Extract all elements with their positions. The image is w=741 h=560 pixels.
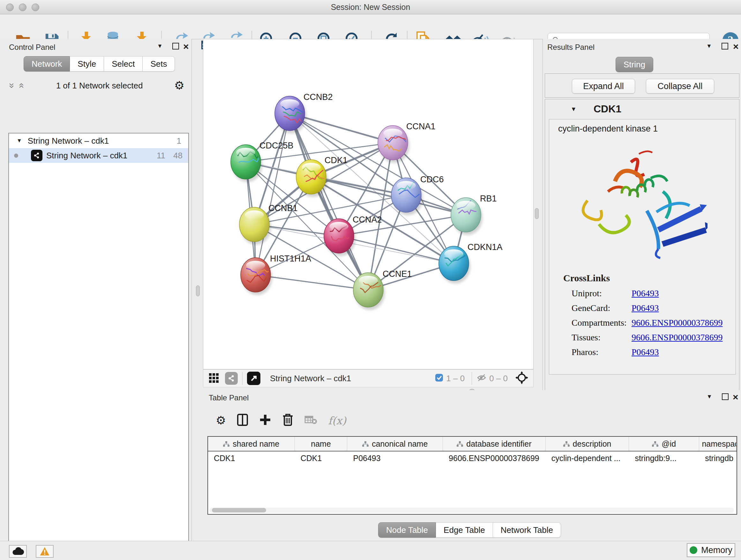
table-panel-close-button[interactable]: × [733, 394, 738, 400]
share-network-icon[interactable] [225, 372, 238, 385]
table-cell[interactable]: cyclin-dependent ... [546, 454, 629, 463]
table-tabs: Node Table Edge Table Network Table [378, 522, 561, 538]
status-bar: Memory [0, 541, 741, 560]
network-node-CDK1[interactable] [296, 160, 328, 197]
collection-count: 1 [177, 136, 181, 146]
network-canvas[interactable]: CCNB2CCNA1CDC25BCDK1CDC6RB1CCNB1CCNA2CDK… [203, 39, 534, 369]
network-node-CDC6[interactable] [391, 177, 423, 215]
cloud-button[interactable] [9, 545, 27, 558]
network-node-CDKN1A[interactable] [439, 246, 470, 284]
crosslink-label: Compartments: [571, 318, 631, 328]
control-panel-maximize-button[interactable] [172, 43, 179, 50]
expand-all-icon[interactable]: « [17, 83, 27, 88]
column-header-shared-name[interactable]: shared name [208, 437, 295, 451]
network-node-CCNE1[interactable] [353, 273, 385, 310]
hidden-counts: 0 – 0 [489, 374, 508, 383]
protein-structure-image [567, 144, 708, 265]
delete-table-icon[interactable] [305, 415, 317, 426]
open-in-window-icon[interactable] [247, 372, 260, 385]
network-collection-row[interactable]: ▼ String Network – cdk1 1 [9, 133, 188, 148]
table-cell[interactable]: P06493 [347, 454, 443, 463]
crosslink-link[interactable]: P06493 [631, 303, 659, 313]
network-node-HIST1H1A[interactable] [241, 258, 272, 295]
table-cell[interactable]: stringdb [699, 454, 737, 463]
table-cell[interactable]: 9606.ENSP00000378699 [443, 454, 546, 463]
tab-edge-table[interactable]: Edge Table [436, 522, 493, 538]
column-header-@id[interactable]: @id [629, 437, 699, 451]
network-node-CDC25B[interactable] [231, 145, 262, 182]
table-options-gear-icon[interactable]: ⚙ [216, 415, 226, 426]
network-row[interactable]: String Network – cdk1 11 48 [9, 148, 188, 163]
network-graph[interactable]: CCNB2CCNA1CDC25BCDK1CDC6RB1CCNB1CCNA2CDK… [203, 39, 533, 369]
collapse-all-icon[interactable]: » [7, 83, 17, 88]
tab-sets[interactable]: Sets [143, 56, 175, 71]
scrollbar-thumb[interactable] [212, 508, 266, 512]
network-edge[interactable] [339, 236, 454, 263]
crosslink-row: GeneCard:P06493 [571, 301, 725, 315]
network-options-gear-icon[interactable]: ⚙ [174, 80, 185, 91]
delete-column-icon[interactable] [282, 413, 293, 428]
table-cell[interactable]: CDK1 [208, 454, 295, 463]
network-node-CCNA2[interactable] [324, 219, 355, 256]
crosshair-icon[interactable] [515, 371, 528, 385]
tab-string[interactable]: String [616, 57, 653, 72]
results-panel-float-button[interactable]: ▼ [706, 43, 712, 50]
table-panel-maximize-button[interactable] [722, 393, 729, 400]
hidden-eye-icon[interactable] [476, 373, 487, 383]
crosslink-link[interactable]: 9606.ENSP00000378699 [631, 332, 723, 343]
network-edge[interactable] [290, 113, 368, 290]
results-panel-maximize-button[interactable] [722, 43, 728, 50]
birdseye-grid-icon[interactable] [208, 372, 220, 385]
control-panel-title: Control Panel [9, 43, 55, 52]
network-node-CCNA1[interactable] [378, 125, 409, 163]
column-header-description[interactable]: description [546, 437, 629, 451]
node-label: CDKN1A [468, 242, 502, 252]
collection-expand-icon[interactable]: ▼ [17, 138, 22, 144]
show-columns-icon[interactable] [237, 414, 248, 428]
crosslink-link[interactable]: 9606.ENSP00000378699 [631, 318, 723, 328]
control-panel-close-button[interactable]: × [183, 44, 189, 50]
memory-button[interactable]: Memory [687, 543, 735, 557]
control-panel-float-button[interactable]: ▼ [157, 43, 163, 50]
table-toolbar: ⚙ f(x) [216, 413, 346, 428]
function-builder-icon[interactable]: f(x) [328, 415, 346, 427]
column-header-name[interactable]: name [295, 437, 347, 451]
node-gloss [246, 261, 265, 270]
crosslinks-list: Uniprot:P06493GeneCard:P06493Compartment… [571, 286, 725, 360]
table-row[interactable]: CDK1CDK1P064939606.ENSP00000378699cyclin… [208, 451, 737, 465]
network-node-CCNB1[interactable] [239, 207, 271, 245]
column-header-namespace[interactable]: namespace [699, 437, 737, 451]
collapse-all-button[interactable]: Collapse All [646, 79, 714, 94]
column-header-database-identifier[interactable]: database identifier [443, 437, 546, 451]
expand-all-button[interactable]: Expand All [572, 79, 635, 94]
node-gloss [456, 201, 475, 210]
horizontal-scrollbar[interactable] [209, 508, 734, 513]
crosslink-link[interactable]: P06493 [631, 347, 659, 357]
crosslink-label: GeneCard: [571, 303, 631, 313]
network-label: String Network – cdk1 [46, 151, 127, 161]
footer-separator [242, 372, 243, 385]
network-edge[interactable] [256, 275, 368, 290]
network-edges [246, 113, 466, 290]
table-cell[interactable]: stringdb:9... [629, 454, 699, 463]
right-splitter-handle[interactable] [535, 208, 539, 219]
left-splitter-handle[interactable] [196, 286, 200, 296]
tab-network[interactable]: Network [23, 56, 70, 71]
warnings-button[interactable] [36, 545, 54, 558]
network-node-RB1[interactable] [451, 197, 482, 235]
column-header-canonical-name[interactable]: canonical name [347, 437, 443, 451]
tab-node-table[interactable]: Node Table [378, 522, 436, 538]
crosslink-link[interactable]: P06493 [631, 288, 659, 299]
gene-collapse-icon[interactable]: ▼ [570, 106, 577, 113]
gene-description: cyclin-dependent kinase 1 [558, 124, 658, 134]
add-column-icon[interactable] [259, 414, 271, 427]
selected-checkbox-icon[interactable] [434, 373, 444, 383]
network-node-CCNB2[interactable] [275, 96, 307, 133]
tab-select[interactable]: Select [104, 56, 143, 71]
tab-style[interactable]: Style [70, 56, 104, 71]
network-edge[interactable] [256, 113, 290, 275]
table-panel-float-button[interactable]: ▼ [706, 393, 712, 400]
table-cell[interactable]: CDK1 [295, 454, 347, 463]
tab-network-table[interactable]: Network Table [493, 522, 561, 538]
results-panel-close-button[interactable]: × [733, 44, 739, 50]
